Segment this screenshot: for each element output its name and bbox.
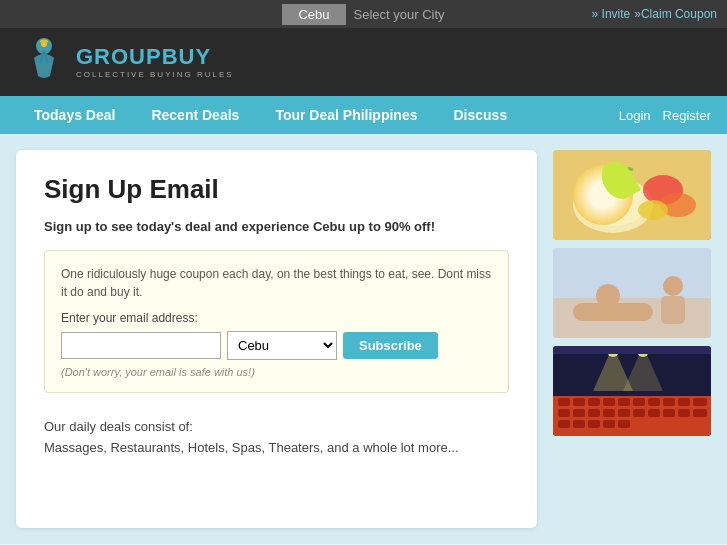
email-row: Cebu Manila Davao Subscribe [61,331,492,360]
food-image [553,150,711,240]
logo-group: GROUP [76,44,162,69]
svg-rect-34 [678,409,690,417]
email-label: Enter your email address: [61,311,492,325]
info-text: One ridiculously huge coupon each day, o… [61,265,492,301]
svg-rect-25 [693,398,707,406]
svg-rect-18 [588,398,600,406]
svg-rect-31 [633,409,645,417]
svg-rect-17 [573,398,585,406]
daily-deals-text: Our daily deals consist of: Massages, Re… [44,417,509,459]
login-link[interactable]: Login [619,108,651,123]
daily-line2: Massages, Restaurants, Hotels, Spas, The… [44,438,509,459]
svg-rect-26 [558,409,570,417]
svg-point-1 [41,41,47,47]
svg-point-4 [578,178,648,226]
svg-rect-21 [633,398,645,406]
svg-rect-13 [661,296,685,324]
right-images [553,150,711,528]
invite-link[interactable]: » Invite [592,7,631,21]
top-bar-links: » Invite »Claim Coupon [592,7,717,21]
select-city-label: Select your City [354,7,445,22]
svg-rect-20 [618,398,630,406]
svg-rect-39 [603,420,615,428]
svg-rect-45 [553,346,711,354]
svg-rect-33 [663,409,675,417]
top-bar: Cebu Select your City » Invite »Claim Co… [0,0,727,28]
header: GROUPBUY Collective Buying Rules [0,28,727,96]
svg-rect-11 [573,303,653,321]
svg-rect-35 [693,409,707,417]
city-select[interactable]: Cebu Manila Davao [227,331,337,360]
email-input[interactable] [61,332,221,359]
city-selector: Cebu Select your City [282,4,444,25]
svg-rect-16 [558,398,570,406]
svg-rect-28 [588,409,600,417]
logo-buy: BUY [162,44,211,69]
svg-rect-19 [603,398,615,406]
logo-main: GROUPBUY [76,45,234,69]
theater-image [553,346,711,436]
privacy-note: (Don't worry, your email is safe with us… [61,366,492,378]
svg-rect-32 [648,409,660,417]
svg-rect-22 [648,398,660,406]
nav-tour-deal[interactable]: Tour Deal Philippines [257,96,435,134]
nav-discuss[interactable]: Discuss [435,96,525,134]
svg-rect-38 [588,420,600,428]
logo-text: GROUPBUY Collective Buying Rules [76,45,234,78]
main-nav: Todays Deal Recent Deals Tour Deal Phili… [0,96,727,134]
logo-container[interactable]: GROUPBUY Collective Buying Rules [20,36,234,88]
svg-rect-29 [603,409,615,417]
main-content: Sign Up Email Sign up to see today's dea… [0,134,727,544]
daily-line1: Our daily deals consist of: [44,417,509,438]
signup-subtitle: Sign up to see today's deal and experien… [44,219,509,234]
city-button[interactable]: Cebu [282,4,345,25]
signup-panel: Sign Up Email Sign up to see today's dea… [16,150,537,528]
svg-point-7 [638,200,668,220]
info-box: One ridiculously huge coupon each day, o… [44,250,509,393]
claim-coupon-link[interactable]: »Claim Coupon [634,7,717,21]
logo-subtitle: Collective Buying Rules [76,70,234,79]
spa-image [553,248,711,338]
nav-todays-deal[interactable]: Todays Deal [16,96,133,134]
nav-right: Login Register [619,108,727,123]
svg-point-12 [663,276,683,296]
nav-left: Todays Deal Recent Deals Tour Deal Phili… [16,96,525,134]
nav-recent-deals[interactable]: Recent Deals [133,96,257,134]
svg-rect-23 [663,398,675,406]
svg-rect-36 [558,420,570,428]
subscribe-button[interactable]: Subscribe [343,332,438,359]
svg-rect-24 [678,398,690,406]
svg-rect-37 [573,420,585,428]
svg-rect-30 [618,409,630,417]
svg-rect-40 [618,420,630,428]
register-link[interactable]: Register [663,108,711,123]
svg-rect-27 [573,409,585,417]
page-title: Sign Up Email [44,174,509,205]
logo-icon [20,36,68,88]
